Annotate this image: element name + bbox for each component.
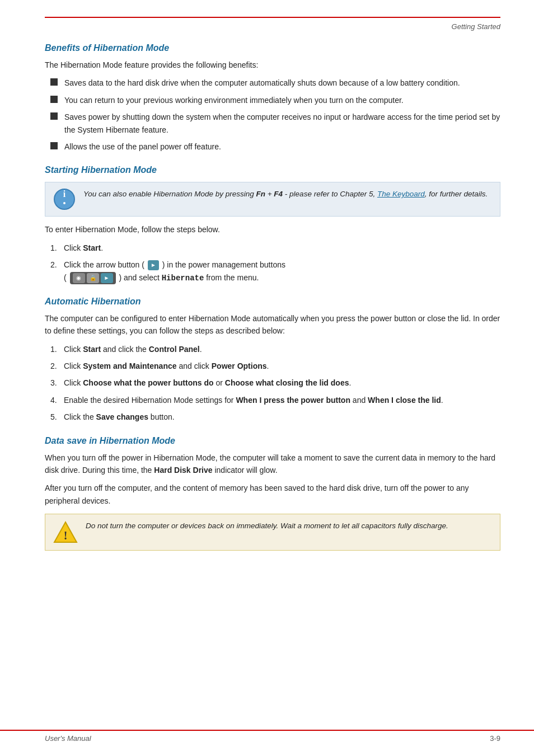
keyboard-link[interactable]: The Keyboard: [377, 190, 425, 198]
bullet-icon: [50, 112, 58, 120]
automatic-intro: The computer can be configured to enter …: [45, 312, 500, 337]
automatic-heading: Automatic Hibernation: [45, 297, 500, 307]
page-header: Getting Started: [45, 22, 500, 31]
list-item: Allows the use of the panel power off fe…: [50, 140, 500, 153]
power-btn-arrow: ►: [101, 273, 113, 283]
list-item: 4. Enable the desired Hibernation Mode s…: [50, 394, 500, 406]
automatic-steps: 1. Click Start and click the Control Pan…: [50, 343, 500, 424]
top-rule: [45, 17, 500, 18]
list-item: 1. Click Start and click the Control Pan…: [50, 343, 500, 355]
power-btn-lock: 🔒: [87, 273, 99, 283]
list-item: 2. Click the arrow button ( ► ) in the p…: [50, 259, 500, 284]
list-item: Saves power by shutting down the system …: [50, 111, 500, 136]
benefits-item-4: Allows the use of the panel power off fe…: [64, 140, 221, 153]
info-icon: i: [53, 188, 76, 210]
power-buttons-image: ◉ 🔒 ►: [70, 272, 116, 284]
datasave-para2: After you turn off the computer, and the…: [45, 482, 500, 507]
list-item: 2. Click System and Maintenance and clic…: [50, 360, 500, 372]
starting-intro: To enter Hibernation Mode, follow the st…: [45, 223, 500, 236]
starting-steps: 1. Click Start. 2. Click the arrow butto…: [50, 242, 500, 284]
list-item: You can return to your previous working …: [50, 94, 500, 106]
arrow-button-icon: ►: [148, 260, 159, 270]
list-item: 5. Click the Save changes button.: [50, 411, 500, 423]
bullet-icon: [50, 96, 58, 103]
info-box: i You can also enable Hibernation Mode b…: [45, 182, 500, 217]
warning-text: Do not turn the computer or devices back…: [86, 520, 448, 532]
list-item: 1. Click Start.: [50, 242, 500, 254]
warning-icon: !: [53, 520, 78, 544]
header-label: Getting Started: [452, 22, 500, 31]
list-item: Saves data to the hard disk drive when t…: [50, 77, 500, 89]
benefits-item-3: Saves power by shutting down the system …: [64, 111, 500, 136]
info-box-text: You can also enable Hibernation Mode by …: [83, 188, 488, 200]
power-btn-power: ◉: [73, 273, 85, 283]
benefits-item-2: You can return to your previous working …: [64, 94, 404, 106]
svg-text:!: !: [64, 529, 68, 542]
benefits-intro: The Hibernation Mode feature provides th…: [45, 59, 500, 71]
svg-point-2: [63, 202, 65, 204]
datasave-para1: When you turn off the power in Hibernati…: [45, 452, 500, 477]
page-container: Getting Started Benefits of Hibernation …: [0, 0, 534, 756]
bullet-icon: [50, 142, 58, 149]
warning-box: ! Do not turn the computer or devices ba…: [45, 514, 500, 551]
bullet-icon: [50, 78, 58, 86]
starting-heading: Starting Hibernation Mode: [45, 165, 500, 175]
benefits-item-1: Saves data to the hard disk drive when t…: [64, 77, 460, 89]
page-footer: User's Manual 3-9: [0, 730, 534, 743]
footer-right: 3-9: [490, 734, 500, 743]
svg-text:i: i: [63, 189, 66, 199]
list-item: 3. Click Choose what the power buttons d…: [50, 377, 500, 389]
hibernate-code: Hibernate: [162, 274, 204, 283]
datasave-heading: Data save in Hibernation Mode: [45, 436, 500, 446]
benefits-heading: Benefits of Hibernation Mode: [45, 43, 500, 53]
footer-left: User's Manual: [45, 734, 91, 743]
benefits-list: Saves data to the hard disk drive when t…: [50, 77, 500, 153]
